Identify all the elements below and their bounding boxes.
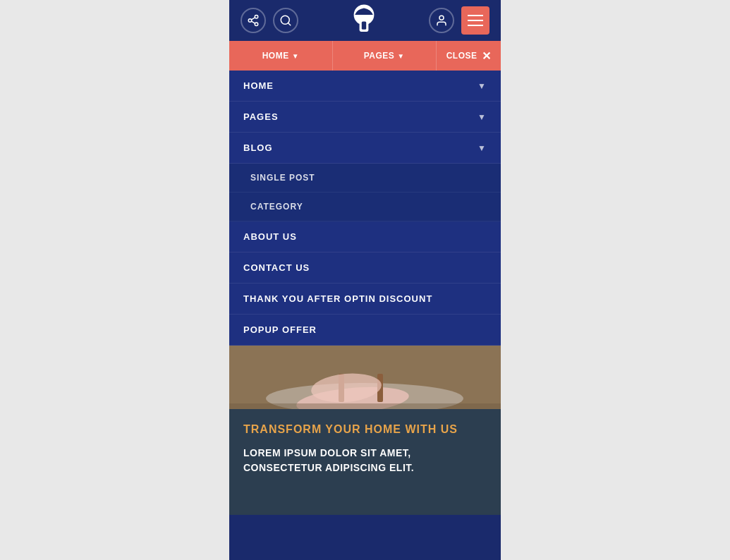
nav-home-label: HOME: [262, 51, 289, 61]
hamburger-line-1: [468, 15, 483, 16]
menu-item-category-label: CATEGORY: [250, 202, 303, 212]
share-icon[interactable]: [241, 8, 266, 33]
nav-home-arrow: ▼: [292, 52, 299, 60]
header-right-icons: [429, 6, 489, 35]
content-title: TRANSFORM YOUR HOME WITH US: [243, 423, 487, 436]
site-logo: [346, 2, 382, 39]
hamburger-line-2: [468, 20, 483, 21]
menu-blog-chevron-icon: ▼: [477, 143, 487, 153]
phone-wrapper: HOME ▼ PAGES ▼ CLOSE ✕ HOME ▼ PAGES ▼ BL…: [229, 0, 501, 560]
menu-item-about-us[interactable]: ABOUT US: [229, 221, 501, 252]
nav-home[interactable]: HOME ▼: [229, 41, 333, 71]
nav-pages[interactable]: PAGES ▼: [333, 41, 437, 71]
svg-rect-16: [229, 403, 501, 409]
menu-item-contact-us-label: CONTACT US: [243, 262, 310, 273]
svg-rect-15: [377, 374, 383, 402]
menu-item-blog-label: BLOG: [243, 142, 273, 153]
menu-item-home[interactable]: HOME ▼: [229, 71, 501, 102]
dropdown-menu: HOME ▼ PAGES ▼ BLOG ▼ SINGLE POST CATEGO…: [229, 71, 501, 346]
menu-item-category[interactable]: CATEGORY: [229, 193, 501, 221]
svg-line-3: [251, 21, 255, 23]
menu-item-popup-offer-label: POPUP OFFER: [243, 324, 317, 335]
hamburger-button[interactable]: [461, 6, 489, 35]
hero-image: [229, 346, 501, 409]
search-icon[interactable]: [273, 8, 298, 33]
menu-item-thank-you-label: THANK YOU AFTER OPTIN DISCOUNT: [243, 293, 432, 304]
menu-item-pages-label: PAGES: [243, 111, 279, 122]
svg-point-10: [439, 16, 444, 20]
svg-rect-9: [361, 22, 365, 30]
menu-item-popup-offer[interactable]: POPUP OFFER: [229, 315, 501, 346]
nav-pages-label: PAGES: [364, 51, 395, 61]
menu-pages-chevron-icon: ▼: [477, 112, 487, 122]
menu-item-single-post-label: SINGLE POST: [250, 173, 315, 183]
hero-svg: [229, 346, 501, 409]
nav-pages-arrow: ▼: [397, 52, 404, 60]
menu-item-about-us-label: ABOUT US: [243, 231, 297, 242]
nav-bar: HOME ▼ PAGES ▼ CLOSE ✕: [229, 41, 501, 71]
menu-home-chevron-icon: ▼: [477, 81, 487, 91]
close-button[interactable]: CLOSE ✕: [437, 41, 501, 71]
content-text: LOREM IPSUM DOLOR SIT AMET, CONSECTETUR …: [243, 446, 487, 475]
svg-line-4: [251, 18, 255, 20]
menu-item-thank-you[interactable]: THANK YOU AFTER OPTIN DISCOUNT: [229, 284, 501, 315]
menu-item-pages[interactable]: PAGES ▼: [229, 102, 501, 133]
menu-item-contact-us[interactable]: CONTACT US: [229, 252, 501, 284]
svg-line-6: [288, 23, 290, 25]
user-icon[interactable]: [429, 8, 454, 33]
menu-item-blog[interactable]: BLOG ▼: [229, 133, 501, 164]
content-section: TRANSFORM YOUR HOME WITH US LOREM IPSUM …: [229, 409, 501, 515]
hamburger-line-3: [468, 25, 483, 26]
menu-item-single-post[interactable]: SINGLE POST: [229, 164, 501, 193]
svg-rect-14: [339, 374, 344, 402]
menu-item-home-label: HOME: [243, 80, 274, 91]
close-label: CLOSE: [446, 51, 477, 61]
header: [229, 0, 501, 41]
close-x-icon: ✕: [482, 49, 492, 63]
header-left-icons: [241, 8, 298, 33]
